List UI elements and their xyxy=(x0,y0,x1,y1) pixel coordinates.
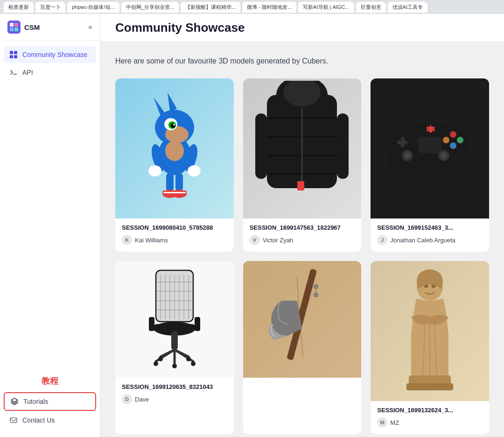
svg-point-16 xyxy=(173,124,175,126)
svg-point-19 xyxy=(165,141,184,161)
svg-rect-6 xyxy=(14,51,17,54)
svg-point-44 xyxy=(450,131,456,138)
tab-3[interactable]: phpwc-自媒体/短... xyxy=(67,2,119,13)
user-name-sonic: Kai Williams xyxy=(135,237,168,244)
card-info-axe xyxy=(243,378,362,394)
svg-point-82 xyxy=(186,357,191,361)
svg-point-85 xyxy=(314,285,318,289)
csm-logo-icon xyxy=(7,21,21,34)
user-avatar-jacket: V xyxy=(250,235,260,245)
svg-line-76 xyxy=(161,350,175,357)
svg-rect-7 xyxy=(10,55,13,58)
tutorial-label: 教程 xyxy=(4,370,96,392)
svg-rect-8 xyxy=(14,55,17,58)
user-avatar-statue: M xyxy=(377,417,387,428)
tab-9[interactable]: 优设AI工具专 xyxy=(388,2,427,13)
svg-point-22 xyxy=(148,165,161,176)
session-id-chair: SESSION_1699120635_8321043 xyxy=(122,383,227,390)
sidebar: CSM « Community Showcase API xyxy=(0,14,100,437)
grid-icon xyxy=(9,50,18,59)
svg-point-52 xyxy=(404,152,411,159)
tab-5[interactable]: 【新搜醒】课程精华... xyxy=(181,2,240,13)
svg-point-46 xyxy=(450,142,456,149)
model-card-statue[interactable]: SESSION_1699132624_3... M MZ xyxy=(371,261,489,434)
svg-rect-2 xyxy=(14,23,18,27)
svg-rect-5 xyxy=(10,51,13,54)
card-image-controller: 🕷 xyxy=(371,78,489,218)
cards-grid: SESSION_1699080410_5785288 K Kai William… xyxy=(115,78,489,434)
tab-4[interactable]: 中创网_分享创业资... xyxy=(121,2,179,13)
svg-rect-70 xyxy=(149,317,154,331)
svg-point-45 xyxy=(457,137,463,143)
model-card-axe[interactable] xyxy=(243,261,362,434)
contact-icon xyxy=(9,416,18,424)
svg-rect-72 xyxy=(171,331,178,350)
sidebar-bottom: 教程 Tutorials Contact Us xyxy=(0,366,100,437)
sidebar-contact-label: Contact Us xyxy=(22,416,55,424)
svg-rect-95 xyxy=(406,383,453,390)
sidebar-tutorials-label: Tutorials xyxy=(23,398,48,405)
user-name-statue: MZ xyxy=(390,419,399,426)
sidebar-item-tutorials[interactable]: Tutorials xyxy=(4,392,96,411)
svg-point-81 xyxy=(158,357,163,361)
svg-rect-24 xyxy=(166,173,174,191)
api-icon xyxy=(9,68,18,77)
session-id-statue: SESSION_1699132624_3... xyxy=(377,407,483,414)
browser-tabs: 检查更新 百度一卜 phpwc-自媒体/短... 中创网_分享创业资... 【新… xyxy=(0,0,504,14)
tab-6[interactable]: 微博 - 随时随地发... xyxy=(242,2,296,13)
svg-point-47 xyxy=(443,137,449,143)
user-avatar-controller: J xyxy=(377,235,387,245)
card-info-controller: SESSION_1699152463_3... J Jonathan Caleb… xyxy=(371,218,489,252)
user-badge-statue: M MZ xyxy=(377,417,399,428)
svg-rect-4 xyxy=(14,28,18,31)
sidebar-nav: Community Showcase API xyxy=(0,41,100,366)
svg-rect-71 xyxy=(195,317,200,331)
card-image-sonic xyxy=(115,78,234,218)
sidebar-item-community-showcase[interactable]: Community Showcase xyxy=(4,46,96,63)
card-info-sonic: SESSION_1699080410_5785288 K Kai William… xyxy=(115,218,234,252)
svg-text:🕷: 🕷 xyxy=(427,124,435,134)
model-card-controller[interactable]: 🕷 SESSION_1699152463_3... xyxy=(371,78,489,252)
sidebar-item-contact[interactable]: Contact Us xyxy=(4,412,96,429)
svg-point-79 xyxy=(191,361,196,366)
tab-8[interactable]: 巨量创意 xyxy=(356,2,386,13)
svg-rect-9 xyxy=(10,418,17,423)
svg-rect-69 xyxy=(154,324,196,331)
user-badge-jacket: V Victor Zyah xyxy=(250,235,294,245)
collapse-sidebar-button[interactable]: « xyxy=(88,23,92,31)
user-badge-sonic: K Kai Williams xyxy=(122,235,168,245)
model-card-chair[interactable]: SESSION_1699120635_8321043 D Dave xyxy=(115,261,234,434)
main-header: Community Showcase xyxy=(100,14,504,42)
card-info-statue: SESSION_1699132624_3... M MZ xyxy=(371,401,489,434)
tab-1[interactable]: 检查更新 xyxy=(4,2,34,13)
svg-rect-0 xyxy=(7,21,21,34)
model-card-sonic[interactable]: SESSION_1699080410_5785288 K Kai William… xyxy=(115,78,234,252)
svg-rect-50 xyxy=(397,141,407,144)
svg-rect-31 xyxy=(173,192,186,193)
svg-marker-18 xyxy=(168,92,177,111)
svg-point-15 xyxy=(171,123,175,128)
svg-point-78 xyxy=(154,361,158,366)
svg-rect-25 xyxy=(175,173,183,191)
model-card-jacket[interactable]: SESSION_1699147563_1822967 V Victor Zyah xyxy=(243,78,362,252)
sidebar-item-api[interactable]: API xyxy=(4,64,96,81)
svg-line-77 xyxy=(175,350,189,357)
page-subtitle: Here are some of our favourite 3D models… xyxy=(115,57,489,65)
user-avatar-chair: D xyxy=(122,394,132,404)
sidebar-community-showcase-label: Community Showcase xyxy=(22,51,87,58)
svg-point-87 xyxy=(314,293,318,297)
tab-2[interactable]: 百度一卜 xyxy=(35,2,65,13)
tutorials-icon xyxy=(10,397,19,406)
tab-7[interactable]: 写新AI导航 | AIGC... xyxy=(298,2,354,13)
svg-rect-40 xyxy=(255,113,267,179)
card-image-jacket xyxy=(243,78,362,218)
card-image-statue xyxy=(371,261,489,401)
sidebar-api-label: API xyxy=(22,69,33,76)
user-badge-controller: J Jonathan Caleb Argueta xyxy=(377,235,455,245)
card-info-chair: SESSION_1699120635_8321043 D Dave xyxy=(115,378,234,411)
svg-point-23 xyxy=(188,165,201,176)
svg-rect-1 xyxy=(10,23,14,27)
main-content: Community Showcase Here are some of our … xyxy=(100,14,504,437)
session-id-controller: SESSION_1699152463_3... xyxy=(377,224,483,231)
svg-marker-17 xyxy=(154,97,165,116)
